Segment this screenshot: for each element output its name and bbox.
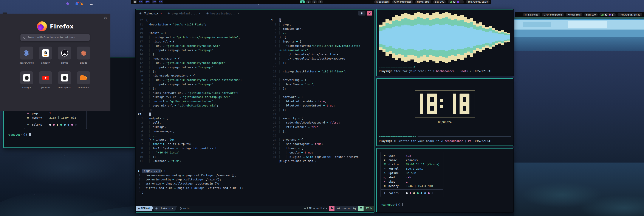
- code-line: 15▏ };: [270, 86, 374, 91]
- menu-icon[interactable]: ▤: [133, 1, 137, 3]
- code-line: 18▏ ▏ bluetooth.enable = true;: [270, 99, 374, 103]
- cursor: [402, 203, 404, 206]
- tab-close-icon[interactable]: ×: [199, 12, 200, 15]
- clock-digit: [420, 94, 423, 114]
- file-segment: flake.nix: [152, 206, 177, 211]
- speed-dial-youtube[interactable]: youtube: [39, 71, 52, 89]
- taskbar-item[interactable]: $W: [159, 1, 163, 4]
- cava-bar: [504, 32, 507, 43]
- search-input[interactable]: Search with Google or enter address: [20, 34, 90, 41]
- palette-icon: ☸: [381, 191, 388, 195]
- nix-icon: [139, 12, 142, 15]
- speed-dial-claude[interactable]: claude: [77, 47, 90, 64]
- code-line: 3▏ ...: [270, 31, 374, 35]
- cava-bar: [382, 23, 386, 52]
- amazon-icon: a: [42, 49, 49, 57]
- fetch-row: ≡hnamecanopus: [381, 158, 443, 162]
- code-buffer-iso[interactable]: 1{1▏ pkgs,2▏ modulesPath,3▏ ...4}: {5▏ i…: [270, 18, 374, 168]
- bar-module: GPU: Integrated: [542, 13, 564, 16]
- taskbar-item[interactable]: $W: [152, 1, 156, 4]
- speed-dial-chatgpt[interactable]: chatgpt: [20, 71, 33, 89]
- zen-mode-button[interactable]: ◐: [358, 11, 366, 16]
- fetch-info-box: ☻usertux≡hnamecanopusdistroNixOS 24.11 (…: [380, 152, 444, 197]
- clock-window: 08/08/24 =====================> Playing:…: [376, 78, 513, 146]
- terminal-prompt[interactable]: → canopus ~ ))): [380, 203, 509, 206]
- extension-icon-badge[interactable]: [76, 2, 78, 5]
- scroll-doc-icon: [358, 206, 364, 211]
- color-dot: [56, 124, 58, 126]
- cava-bar: [379, 25, 382, 51]
- code-line: 5}: [136, 190, 374, 194]
- fetch-row: distroNixOS 24.11 (Vicuna): [381, 162, 443, 167]
- bluetooth-icon: B: [605, 14, 607, 16]
- speed-dial-amazon[interactable]: aamazon: [39, 47, 52, 64]
- cava-bar: [404, 13, 408, 62]
- fetch-colors-row: ☸colors: [24, 123, 86, 127]
- speed-dial-github[interactable]: github: [58, 47, 71, 64]
- cursor: [29, 133, 31, 136]
- code-line: 1{: [270, 18, 374, 23]
- now-playing: Playing: ffee for your head) ** ♫ beabad…: [379, 69, 511, 74]
- cava-bar: [492, 28, 495, 47]
- code-line: 11▏ ▏ username = "tux";: [136, 159, 268, 163]
- editor-tab[interactable]: pkgs/default...×: [168, 12, 200, 15]
- github-icon: [61, 50, 68, 57]
- cava-bar: [507, 33, 510, 41]
- gear-icon: ⚙: [304, 207, 306, 210]
- code-buffer-flake[interactable]: 22{21▏ description = "tux's NixOS Flake"…: [136, 18, 268, 168]
- workspace-button[interactable]: 4: [318, 1, 323, 3]
- workspace-button[interactable]: 1: [300, 1, 304, 3]
- speed-dial-cloudflare[interactable]: cloudflare: [77, 71, 90, 89]
- bar-modules: P: BalancedGPU: IntegratedHome: 6msBat: …: [521, 13, 598, 16]
- taskbar-item[interactable]: $W: [145, 1, 150, 4]
- taskbar-item[interactable]: $W: [138, 1, 143, 4]
- mode-segment: ◆NORMAL: [136, 206, 154, 211]
- scroll-percent: 17 %: [364, 206, 374, 211]
- tab-close-icon[interactable]: ×: [160, 12, 162, 15]
- nixos-icon: [24, 50, 30, 56]
- terminal-prompt[interactable]: → canopus ~ ))): [7, 133, 131, 136]
- shell-icon: >_: [381, 175, 388, 179]
- code-line: 4▏ ▏ home-manager,: [136, 129, 268, 133]
- split-separator[interactable]: [268, 18, 269, 168]
- fetch-row: ◈pkgs1: [381, 179, 443, 184]
- window-close-button[interactable]: ×: [367, 11, 372, 16]
- workspace-button[interactable]: 2: [306, 1, 310, 3]
- hostname-icon: ≡: [381, 158, 388, 162]
- color-dot: [413, 192, 415, 194]
- memory-icon: ▦: [24, 116, 32, 120]
- cava-bar: [389, 21, 392, 55]
- speed-dial-chat.openai[interactable]: chat.openai: [58, 71, 71, 89]
- code-line: 26: [270, 133, 374, 138]
- cava-bar: [458, 16, 460, 59]
- clock-digit: [427, 94, 437, 114]
- editor-tab[interactable]: hosts/isoImag..×: [206, 12, 239, 15]
- code-line: 8▏ ▏ ▏ url = "github:nix-community/nix-v…: [136, 78, 268, 82]
- code-line: 15▏ ▏ ▏ inputs.nixpkgs.follows = "nixpkg…: [136, 48, 268, 52]
- cava-bar: [470, 18, 473, 57]
- claude-icon: [81, 50, 86, 56]
- fetch-row: ▦memory1946 | 15394 MiB: [381, 184, 443, 188]
- menu-icon[interactable]: [90, 3, 92, 5]
- digital-clock: [415, 90, 475, 117]
- code-buffer-pkgs[interactable]: 1{pkgs, ...}: {1▏ tux-awesome-wm-config …: [136, 169, 374, 195]
- code-line: 12: [270, 74, 374, 78]
- workspace-button[interactable]: 3: [312, 1, 316, 3]
- code-line: 16: [270, 91, 374, 95]
- code-line: 6▏ ▏ "${modulesPath}/installer/cd-dvd/in…: [270, 44, 374, 48]
- editor-tab[interactable]: flake.nix×: [139, 12, 162, 15]
- split-separator[interactable]: [136, 168, 374, 168]
- gear-icon[interactable]: ⚙: [104, 16, 107, 20]
- now-playing: Playing: d (coffee for your head) ** ♫ b…: [379, 139, 511, 143]
- code-line: n-cd-minimal.nix": [270, 48, 374, 52]
- code-line: 2▏ tux-nvim-config = pkgs.callPackage ./…: [136, 177, 374, 182]
- speed-dial-search.nixos[interactable]: search.nixos: [20, 47, 33, 64]
- cava-bar: [436, 12, 439, 63]
- code-line: 9▏ ▏ ▏ "x86_64-linux": [136, 150, 268, 155]
- clock-digit: [460, 94, 470, 114]
- tab-close-icon[interactable]: ×: [238, 12, 239, 15]
- cava-bar: [498, 31, 501, 44]
- fetch-window: ☻usertux≡hnamecanopusdistroNixOS 24.11 (…: [376, 148, 513, 212]
- project-name: nixos-config: [334, 206, 358, 211]
- code-line: 7▏ ▏ ▏ inputs.nixpkgs.follows = "nixpkgs…: [136, 82, 268, 86]
